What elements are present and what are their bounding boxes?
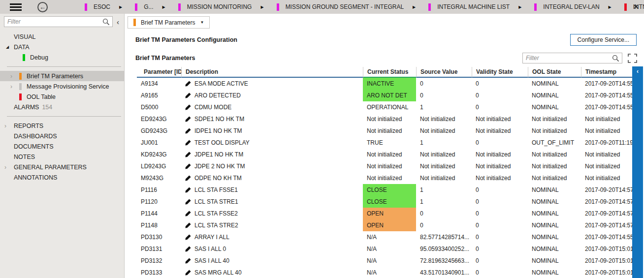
edit-pencil-icon[interactable] bbox=[185, 128, 191, 134]
tree-expander-icon[interactable]: › bbox=[10, 73, 12, 80]
configure-service-button[interactable]: Configure Service... bbox=[570, 34, 637, 46]
edit-pencil-icon[interactable] bbox=[185, 222, 191, 228]
tab-expand-arrow-icon[interactable]: ▶ bbox=[162, 5, 165, 9]
sidebar-item-alarms[interactable]: ALARMS154 bbox=[0, 102, 124, 112]
edit-pencil-icon[interactable] bbox=[185, 258, 191, 264]
parameter-cell: PD3133 bbox=[137, 267, 181, 278]
table-row-pd3131[interactable]: PD3131SAS I ALL 0N/A95.05933400252...0NO… bbox=[137, 243, 632, 255]
description-label: ODPE NO KH TM bbox=[194, 175, 242, 182]
sidebar-item-message-provisioning-service[interactable]: ›Message Provisioning Service bbox=[0, 81, 124, 92]
table-filter-input[interactable] bbox=[522, 53, 622, 63]
column-header-parameter-idx[interactable]: Parameter [IDX] bbox=[137, 67, 181, 78]
description-cell: TEST OOL DISPLAY bbox=[181, 137, 363, 149]
collapse-sidebar-button[interactable]: ‹ bbox=[116, 18, 122, 26]
breadcrumb-tab-integral-dev-lan[interactable]: INTEGRAL DEV-LAN▶ bbox=[528, 0, 617, 14]
edit-pencil-icon[interactable] bbox=[185, 234, 191, 240]
column-header-ool-state[interactable]: OOL State bbox=[528, 67, 581, 78]
tree-expanded-icon[interactable]: ◢ bbox=[6, 45, 9, 49]
table-row-p1148[interactable]: P1148LCL STA STRE2OPEN00NOMINAL2017-09-2… bbox=[137, 219, 632, 231]
sidebar-item-reports[interactable]: ›REPORTS bbox=[0, 121, 124, 131]
sidebar-item-general-parameters[interactable]: ›GENERAL PARAMETERS bbox=[0, 162, 124, 172]
table-row-a9134[interactable]: A9134ESA MODE ACTIVEINACTIVE00NOMINAL201… bbox=[137, 78, 632, 90]
ool-state-cell: NOMINAL bbox=[528, 184, 581, 196]
current-status-cell: OPEN bbox=[363, 219, 416, 231]
table-row-m9243g[interactable]: M9243GODPE NO KH TMNot initializedNot in… bbox=[137, 172, 632, 184]
tab-color-bar bbox=[85, 3, 87, 11]
tab-expand-arrow-icon[interactable]: ▶ bbox=[260, 5, 263, 9]
table-row-p1116[interactable]: P1116LCL STA FSSE1CLOSE10NOMINAL2017-09-… bbox=[137, 184, 632, 196]
table-row-ju001[interactable]: JU001TEST OOL DISPLAYTRUE10OUT_OF_LIMIT2… bbox=[137, 137, 632, 149]
sidebar-tree: VISUAL◢DATADebug›Brief TM Parameters›Mes… bbox=[0, 29, 124, 183]
breadcrumb-tab-g[interactable]: G...▶ bbox=[129, 0, 172, 14]
source-value-cell: 0 bbox=[416, 78, 472, 90]
table-row-pd3130[interactable]: PD3130 ARRAY I ALLN/A82.57714285714...0N… bbox=[137, 231, 632, 243]
edit-pencil-icon[interactable] bbox=[185, 81, 191, 87]
sidebar-item-documents[interactable]: DOCUMENTS bbox=[0, 141, 124, 152]
sidebar-item-label: DASHBOARDS bbox=[14, 133, 57, 140]
ool-state-cell: NOMINAL bbox=[528, 219, 581, 231]
close-tab-button[interactable]: ✕ bbox=[628, 2, 644, 11]
sidebar-item-debug[interactable]: Debug bbox=[0, 52, 124, 62]
back-button[interactable]: ← bbox=[37, 2, 48, 12]
edit-pencil-icon[interactable] bbox=[185, 152, 191, 157]
tab-expand-arrow-icon[interactable]: ▶ bbox=[609, 5, 612, 9]
timestamp-cell: 2017-09-20T14:57 bbox=[581, 196, 632, 208]
table-row-pd3133[interactable]: PD3133SAS MRG ALL 40N/A43.51701340901...… bbox=[137, 267, 632, 278]
edit-pencil-icon[interactable] bbox=[185, 163, 191, 169]
sidebar-item-label: ANNOTATIONS bbox=[14, 174, 57, 181]
breadcrumb-tab-mission-monitoring[interactable]: MISSION MONITORING▶ bbox=[172, 0, 270, 14]
edit-pencil-icon[interactable] bbox=[185, 116, 191, 122]
tree-expander-icon[interactable]: › bbox=[10, 83, 12, 90]
table-row-kd9243g[interactable]: KD9243GJDPE1 NO HK TMNot initializedNot … bbox=[137, 149, 632, 160]
table-row-gd9243g[interactable]: GD9243GIDPE1 NO HK TMNot initializedNot … bbox=[137, 125, 632, 137]
breadcrumb-tab-integral-machine-list[interactable]: INTEGRAL MACHINE LIST▶ bbox=[422, 0, 528, 14]
tab-color-bar bbox=[624, 3, 627, 11]
column-header-current-status[interactable]: Current Status bbox=[363, 67, 416, 78]
table-row-a9165[interactable]: A9165ARO DETECTEDARO NOT DET00NOMINAL201… bbox=[137, 90, 632, 101]
column-header-description[interactable]: Description bbox=[181, 67, 363, 78]
edit-pencil-icon[interactable] bbox=[185, 104, 191, 110]
sidebar-item-visual[interactable]: VISUAL bbox=[0, 31, 124, 42]
collapse-panel-icon[interactable]: ‹ bbox=[632, 66, 643, 76]
column-header-timestamp[interactable]: Timestamp bbox=[581, 67, 632, 78]
fullscreen-icon[interactable] bbox=[628, 54, 637, 63]
table-row-ed9243g[interactable]: ED9243GSDPE1 NO HK TMNot initializedNot … bbox=[137, 113, 632, 125]
edit-pencil-icon[interactable] bbox=[185, 246, 191, 252]
sidebar-filter-input[interactable] bbox=[4, 16, 113, 27]
tree-expander-icon[interactable]: › bbox=[4, 164, 6, 171]
tab-expand-arrow-icon[interactable]: ▶ bbox=[413, 5, 416, 9]
sidebar-item-annotations[interactable]: ANNOTATIONS bbox=[0, 172, 124, 183]
current-status-cell: CLOSE bbox=[363, 196, 416, 208]
table-row-d5000[interactable]: D5000CDMU MODEOPERATIONAL10NOMINAL2017-0… bbox=[137, 101, 632, 113]
edit-pencil-icon[interactable] bbox=[185, 175, 191, 181]
edit-pencil-icon[interactable] bbox=[185, 211, 191, 216]
source-value-cell: 1 bbox=[416, 101, 472, 113]
tab-expand-arrow-icon[interactable]: ▶ bbox=[119, 5, 122, 9]
view-selector-dropdown[interactable]: Brief TM Parameters ▼ bbox=[128, 16, 210, 29]
edit-pencil-icon[interactable] bbox=[185, 93, 191, 98]
sidebar-item-ool-table[interactable]: OOL Table bbox=[0, 92, 124, 102]
table-row-pd3132[interactable]: PD3132SAS I ALL 40N/A72.81963245663...0N… bbox=[137, 255, 632, 267]
column-header-validity-state[interactable]: Validity State bbox=[472, 67, 528, 78]
edit-pencil-icon[interactable] bbox=[185, 140, 191, 146]
edit-pencil-icon[interactable] bbox=[185, 187, 191, 193]
menu-icon[interactable] bbox=[10, 3, 22, 11]
tree-expander-icon[interactable]: › bbox=[4, 123, 6, 129]
sidebar-item-notes[interactable]: NOTES bbox=[0, 152, 124, 162]
tab-expand-arrow-icon[interactable]: ▶ bbox=[518, 5, 521, 9]
breadcrumb-tab-mission-ground-segment-integral[interactable]: MISSION GROUND SEGMENT - INTEGRAL▶ bbox=[270, 0, 422, 14]
search-icon bbox=[102, 18, 110, 26]
table-row-ld9243g[interactable]: LD9243GJDPE 2 NO HK TMNot initializedNot… bbox=[137, 160, 632, 172]
table-row-p1144[interactable]: P1144LCL STA FSSE2OPEN00NOMINAL2017-09-2… bbox=[137, 208, 632, 219]
sidebar-item-dashboards[interactable]: DASHBOARDS bbox=[0, 131, 124, 141]
timestamp-cell: 2017-09-20T14:55 bbox=[581, 78, 632, 90]
panel-scrollbar[interactable]: ‹ bbox=[632, 66, 643, 278]
edit-pencil-icon[interactable] bbox=[185, 199, 191, 205]
timestamp-cell: 2017-09-20T14:55 bbox=[581, 101, 632, 113]
breadcrumb-tab-esoc[interactable]: ESOC▶ bbox=[78, 0, 129, 14]
table-row-p1120[interactable]: P1120LCL STA STRE1CLOSE10NOMINAL2017-09-… bbox=[137, 196, 632, 208]
edit-pencil-icon[interactable] bbox=[185, 270, 191, 276]
sidebar-item-brief-tm-parameters[interactable]: ›Brief TM Parameters bbox=[0, 71, 124, 81]
column-header-source-value[interactable]: Source Value bbox=[416, 67, 472, 78]
sidebar-item-data[interactable]: ◢DATA bbox=[0, 42, 124, 52]
